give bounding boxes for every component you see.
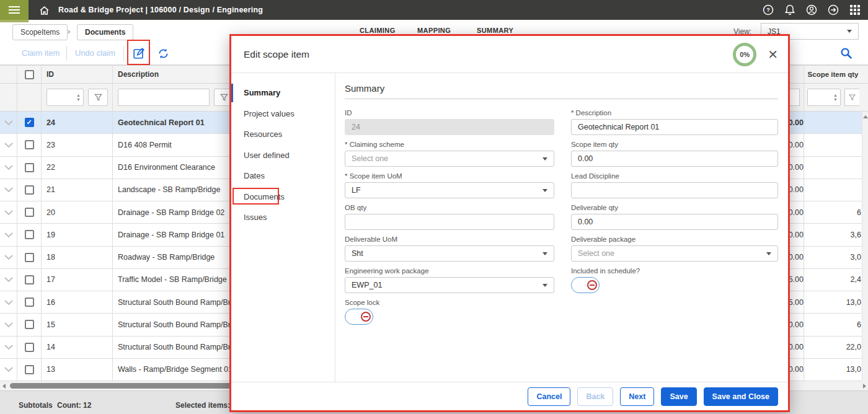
row-expand-chevron[interactable] (0, 112, 17, 133)
edit-scope-item-button[interactable] (131, 45, 147, 61)
row-expand-chevron[interactable] (0, 269, 17, 291)
row-expand-chevron[interactable] (0, 179, 17, 201)
row-expand-chevron[interactable] (0, 291, 17, 313)
deliverable-package-select[interactable]: Select one (571, 245, 778, 262)
claim-item-button[interactable]: Claim item (22, 48, 60, 58)
account-button[interactable] (805, 3, 818, 17)
signout-button[interactable] (826, 3, 840, 17)
scope-item-qty-field[interactable] (571, 151, 778, 167)
row-scope-item-qty: 22,0 (804, 337, 862, 358)
table-row-right[interactable]: 0.006 (789, 314, 868, 336)
refresh-button[interactable] (155, 45, 171, 61)
next-button[interactable]: Next (620, 387, 654, 406)
row-checkbox[interactable] (17, 134, 42, 156)
scroll-up-icon[interactable] (863, 115, 868, 118)
row-expand-chevron[interactable] (0, 314, 17, 335)
table-row-right[interactable]: 0.00 (789, 134, 868, 156)
notifications-button[interactable] (783, 3, 797, 17)
number-stepper-icon[interactable]: ▲▼ (833, 93, 838, 102)
help-button[interactable]: ? (761, 3, 775, 17)
table-row-right[interactable]: 0.00 (789, 179, 868, 201)
table-row-right[interactable]: 0.003,0 (789, 247, 868, 269)
select-all-checkbox[interactable] (17, 66, 42, 83)
deliverable-uom-select[interactable]: Sht (345, 245, 554, 262)
modal-nav-item-dates[interactable]: Dates (231, 165, 335, 187)
undo-claim-button[interactable]: Undo claim (75, 48, 115, 58)
checkbox-icon (25, 163, 34, 172)
scope-lock-toggle[interactable] (345, 309, 373, 325)
row-expand-chevron[interactable] (0, 157, 17, 178)
lead-discipline-field[interactable] (571, 182, 778, 198)
deliverable-qty-field[interactable] (571, 214, 778, 230)
modal-nav-item-summary[interactable]: Summary (231, 82, 335, 103)
claiming-scheme-select[interactable]: Select one (345, 151, 554, 167)
save-and-close-button[interactable]: Save and Close (704, 387, 778, 406)
modal-nav-item-project-values[interactable]: Project values (231, 103, 335, 125)
table-row-right[interactable]: 0.0013,0 (789, 359, 868, 381)
scope-item-uom-select[interactable]: LF (345, 182, 554, 198)
table-row-right[interactable]: 0.006 (789, 201, 868, 224)
table-row-right[interactable]: 0.003,6 (789, 224, 868, 246)
id-filter-button[interactable] (88, 89, 108, 106)
row-checkbox[interactable] (17, 224, 42, 245)
row-expand-chevron[interactable] (0, 224, 17, 245)
column-header-scope-item-qty[interactable]: Scope item qty (804, 66, 862, 83)
search-button[interactable] (838, 45, 854, 61)
hamburger-menu-button[interactable] (0, 0, 29, 20)
ob-qty-field[interactable] (345, 214, 554, 230)
table-row-right[interactable]: 0.00 (789, 157, 868, 179)
save-button[interactable]: Save (661, 387, 696, 406)
scope-item-qty-filter-button[interactable] (844, 89, 859, 106)
row-qty-partial: 0.00 (789, 359, 804, 381)
modal-nav-item-user-defined[interactable]: User defined (231, 145, 335, 166)
row-checkbox[interactable] (17, 247, 42, 268)
checkbox-icon (25, 320, 34, 329)
modal-nav-item-issues[interactable]: Issues (231, 207, 335, 228)
row-checkbox[interactable] (17, 359, 42, 381)
row-checkbox[interactable] (17, 291, 42, 313)
column-header-id[interactable]: ID (42, 66, 113, 83)
tab-documents[interactable]: Documents (77, 24, 133, 40)
table-row-right[interactable]: 0.0022,0 (789, 337, 868, 359)
minus-circle-icon (587, 280, 597, 290)
number-stepper-icon[interactable]: ▲▼ (76, 93, 81, 102)
row-expand-chevron[interactable] (0, 359, 17, 381)
modal-nav-item-documents[interactable]: Documents (231, 187, 335, 208)
scroll-left-icon[interactable] (2, 384, 6, 389)
row-checkbox[interactable] (17, 201, 42, 223)
table-row-right[interactable]: 5.002,4 (789, 269, 868, 291)
apps-menu-button[interactable] (848, 3, 862, 17)
close-icon[interactable]: ✕ (768, 48, 778, 61)
table-row-right[interactable]: 0.00 (789, 112, 868, 134)
description-filter-input[interactable] (118, 89, 210, 106)
row-checkbox[interactable] (17, 337, 42, 358)
engineering-work-package-select[interactable]: EWP_01 (345, 277, 554, 293)
row-checkbox[interactable] (17, 314, 42, 335)
modal-nav-item-resources[interactable]: Resources (231, 124, 335, 145)
table-row-right[interactable]: 5.0013,0 (789, 291, 868, 314)
row-checkbox[interactable] (17, 179, 42, 201)
row-expand-chevron[interactable] (0, 247, 17, 268)
row-id: 23 (42, 134, 113, 156)
back-button[interactable]: Back (577, 387, 613, 406)
row-expand-chevron[interactable] (0, 201, 17, 223)
scope-lock-label: Scope lock (345, 299, 554, 306)
scroll-right-icon[interactable] (863, 384, 866, 389)
row-checkbox[interactable] (17, 269, 42, 291)
vertical-scrollbar[interactable] (862, 112, 868, 390)
row-expand-chevron[interactable] (0, 134, 17, 156)
row-scope-item-qty (804, 112, 862, 133)
home-button[interactable] (37, 4, 51, 17)
cancel-button[interactable]: Cancel (528, 387, 570, 406)
minus-circle-icon (361, 312, 371, 322)
row-checkbox[interactable]: ✓ (17, 112, 42, 133)
row-expand-chevron[interactable] (0, 337, 17, 358)
included-in-schedule-toggle[interactable] (571, 277, 600, 293)
id-filter-input[interactable]: ▲▼ (46, 89, 84, 106)
row-checkbox[interactable] (17, 157, 42, 178)
group-header-summary: SUMMARY (477, 27, 513, 34)
row-id: 20 (42, 201, 113, 223)
scope-item-qty-filter-input[interactable]: ▲▼ (807, 89, 841, 106)
description-field[interactable] (571, 119, 778, 135)
tab-scopeitems[interactable]: ScopeItems (12, 24, 68, 40)
